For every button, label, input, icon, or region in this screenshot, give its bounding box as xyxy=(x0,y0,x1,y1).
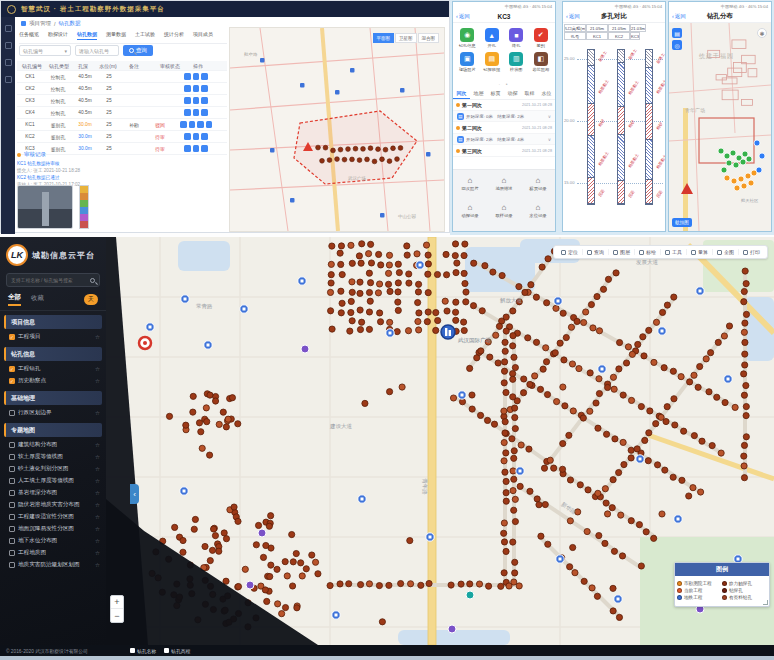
search-input[interactable] xyxy=(11,278,87,283)
app-shortcut[interactable]: ▤ 钻探班报 xyxy=(480,52,505,72)
record-action[interactable]: ⌂ 标贯记录 xyxy=(521,176,555,199)
layer-section-header[interactable]: 基础地理 xyxy=(4,391,102,405)
site-photo-thumbnail[interactable] xyxy=(17,185,73,229)
module-tab[interactable]: 测量数据 xyxy=(106,31,126,40)
layer-item[interactable]: 行政区划边界☆ xyxy=(0,407,106,419)
module-tab[interactable]: 任务概览 xyxy=(19,31,39,40)
row-action-button[interactable] xyxy=(189,121,196,128)
favorite-star-icon[interactable]: ☆ xyxy=(95,454,100,460)
layer-checkbox[interactable] xyxy=(9,442,15,448)
search-button[interactable]: 查询 xyxy=(123,45,153,56)
home-icon[interactable] xyxy=(5,25,12,32)
layer-checkbox[interactable] xyxy=(9,562,15,568)
round-row[interactable]: 第二回次2021-10-21 08:28 xyxy=(453,122,555,134)
layer-item[interactable]: 地质灾害防治规划区划图☆ xyxy=(0,559,106,571)
tab-favorites[interactable]: 收藏 xyxy=(31,294,44,305)
row-action-button[interactable] xyxy=(201,97,208,104)
toolbar-button[interactable]: 查询 xyxy=(583,249,609,255)
layer-section-header[interactable]: 钻孔信息 xyxy=(4,347,102,361)
favorite-star-icon[interactable]: ☆ xyxy=(95,490,100,496)
record-action[interactable]: ⌂ 回次照片 xyxy=(453,176,487,199)
locate-button[interactable]: ◎ xyxy=(672,40,682,50)
project-mini-map[interactable]: 平面图卫星图混合图 航空路武汉广场中山公园 xyxy=(229,27,445,232)
row-action-button[interactable] xyxy=(193,133,200,140)
row-action-button[interactable] xyxy=(184,133,191,140)
toolbar-button[interactable]: 标绘 xyxy=(635,249,661,255)
record-tab[interactable]: 取样 xyxy=(521,88,538,99)
favorite-star-icon[interactable]: ☆ xyxy=(95,410,100,416)
back-button[interactable]: ‹返回 xyxy=(566,13,580,20)
round-detail-row[interactable]: ▤开始深度: 0米 结束深度: 2米∨ xyxy=(453,111,555,122)
search-icon[interactable] xyxy=(90,278,95,283)
layer-item[interactable]: ✓工程项目☆ xyxy=(0,331,106,343)
row-action-button[interactable] xyxy=(184,109,191,116)
map-layer-chip[interactable]: 卫星图 xyxy=(395,33,417,43)
row-action-button[interactable] xyxy=(201,73,208,80)
toolbar-button[interactable]: 工具 xyxy=(661,249,687,255)
record-tab[interactable]: 标贯 xyxy=(487,88,504,99)
map-layer-chip[interactable]: 混合图 xyxy=(418,33,440,43)
gear-icon[interactable]: ✱ xyxy=(757,28,767,38)
layer-checkbox[interactable] xyxy=(9,454,15,460)
row-action-button[interactable] xyxy=(184,97,191,104)
favorite-star-icon[interactable]: ☆ xyxy=(95,442,100,448)
module-tab[interactable]: 项目成员 xyxy=(193,31,213,40)
layer-section-header[interactable]: 项目信息 xyxy=(4,315,102,329)
layer-item[interactable]: 工程地质图☆ xyxy=(0,547,106,559)
breadcrumb-root[interactable]: 项目管理 xyxy=(29,20,51,27)
record-tab[interactable]: 回次 xyxy=(453,88,470,99)
record-tab[interactable]: 动探 xyxy=(504,88,521,99)
app-shortcut[interactable]: ◧ 岩芯照相 xyxy=(529,52,554,72)
borehole-log-chart[interactable]: 25.0020.0015.00杂填土粉质黏土粉砂粉质黏土泥岩杂填土粉质黏土粉砂粉… xyxy=(563,41,665,231)
row-action-button[interactable] xyxy=(193,85,200,92)
zoom-in-button[interactable]: + xyxy=(111,596,123,609)
layer-checkbox[interactable] xyxy=(9,514,15,520)
keyword-input[interactable]: 请输入钻孔号 xyxy=(75,45,119,56)
favorite-star-icon[interactable]: ☆ xyxy=(95,538,100,544)
layer-checkbox[interactable] xyxy=(9,538,15,544)
favorite-star-icon[interactable]: ☆ xyxy=(95,466,100,472)
layer-item[interactable]: 人工填土厚度等值线图☆ xyxy=(0,475,106,487)
layer-item[interactable]: 软土厚度等值线图☆ xyxy=(0,451,106,463)
row-action-button[interactable] xyxy=(201,145,208,152)
row-action-button[interactable] xyxy=(184,85,191,92)
layer-item[interactable]: 砂土液化判别分区图☆ xyxy=(0,463,106,475)
layer-item[interactable]: ✓工程钻孔☆ xyxy=(0,363,106,375)
round-row[interactable]: 第三回次2021-10-21 08:28 xyxy=(453,145,555,157)
row-action-button[interactable] xyxy=(193,73,200,80)
legend-title[interactable]: 图例 xyxy=(675,563,769,576)
back-button[interactable]: ‹返回 xyxy=(672,13,686,20)
layer-checkbox[interactable]: ✓ xyxy=(9,366,15,372)
module-tab[interactable]: 勘探设计 xyxy=(48,31,68,40)
tab-all[interactable]: 全部 xyxy=(8,293,21,306)
document-icon[interactable] xyxy=(5,59,12,66)
toolbar-button[interactable]: 定位 xyxy=(557,249,583,255)
audit-line[interactable]: KC1 钻孔数据待审核 xyxy=(17,160,177,167)
layer-item[interactable]: ✓历史勘察点☆ xyxy=(0,375,106,387)
record-tab[interactable]: 水位 xyxy=(538,88,555,99)
round-detail-row[interactable]: ▤开始深度: 2米 结束深度: 4米∨ xyxy=(453,134,555,145)
round-row[interactable]: 第一回次2021-10-21 08:28 xyxy=(453,99,555,111)
layer-item[interactable]: 地面沉降易发性分区图☆ xyxy=(0,523,106,535)
toolbar-button[interactable]: 打印 xyxy=(739,249,764,255)
gear-icon[interactable] xyxy=(5,76,12,83)
layer-checkbox[interactable] xyxy=(9,550,15,556)
layer-item[interactable]: 地下水位分布图☆ xyxy=(0,535,106,547)
field-select[interactable]: 钻孔编号 ▾ xyxy=(19,45,71,56)
app-shortcut[interactable]: ◉ 钻孔信息 xyxy=(455,28,480,48)
toolbar-button[interactable]: 全图 xyxy=(713,249,739,255)
back-button[interactable]: ‹返回 xyxy=(456,13,470,20)
row-action-button[interactable] xyxy=(201,109,208,116)
row-action-button[interactable] xyxy=(184,145,191,152)
row-action-button[interactable] xyxy=(201,85,208,92)
app-shortcut[interactable]: ✔ 签到 xyxy=(529,28,554,48)
app-shortcut[interactable]: ▥ 柱状图 xyxy=(504,52,529,72)
row-action-button[interactable] xyxy=(193,97,200,104)
favorite-star-icon[interactable]: ☆ xyxy=(95,562,100,568)
favorite-star-icon[interactable]: ☆ xyxy=(95,514,100,520)
row-action-button[interactable] xyxy=(197,121,204,128)
layer-checkbox[interactable] xyxy=(9,410,15,416)
row-action-button[interactable] xyxy=(201,133,208,140)
record-tab[interactable]: 地层 xyxy=(470,88,487,99)
display-option-checkbox[interactable]: 钻孔名称 xyxy=(130,648,156,654)
